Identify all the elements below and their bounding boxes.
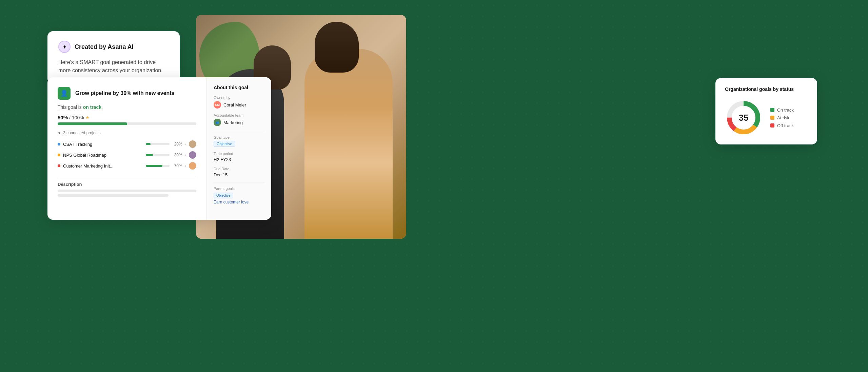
project-bar-2 bbox=[146, 154, 170, 156]
progress-current: 50% bbox=[58, 115, 68, 120]
ai-card: ✦ Created by Asana AI Here's a SMART goa… bbox=[47, 31, 180, 84]
ai-icon: ✦ bbox=[58, 41, 71, 53]
goal-left: 👤 Grow pipeline by 30% with new events T… bbox=[47, 77, 207, 220]
off-track-dot bbox=[770, 123, 774, 128]
ai-card-body: Here's a SMART goal generated to drive m… bbox=[58, 58, 169, 75]
owned-by-name: Coral Meier bbox=[223, 102, 246, 107]
project-dot-2 bbox=[58, 154, 60, 156]
project-name-1: CSAT Tracking bbox=[63, 142, 143, 147]
project-item-2: NPS Global Roadmap 30% › bbox=[58, 150, 196, 160]
time-period-value: H2 FY23 bbox=[214, 157, 264, 162]
time-period: H2 FY23 bbox=[214, 157, 231, 162]
description-section: Description bbox=[58, 177, 196, 197]
on-track-badge: on track bbox=[83, 104, 101, 110]
project-pct-1: 20% bbox=[172, 142, 182, 146]
org-goals-card: Organizational goals by status 35 bbox=[715, 78, 817, 144]
goal-type-value: Objective bbox=[214, 141, 264, 147]
project-dot-1 bbox=[58, 143, 60, 145]
goal-header: 👤 Grow pipeline by 30% with new events bbox=[58, 87, 196, 100]
owned-by-value: CM Coral Meier bbox=[214, 101, 264, 109]
project-name-2: NPS Global Roadmap bbox=[63, 153, 143, 158]
project-fill-2 bbox=[146, 154, 153, 156]
ai-card-title: Created by Asana AI bbox=[75, 43, 134, 51]
due-date-label: Due Date bbox=[214, 167, 264, 171]
star-icon: ★ bbox=[85, 115, 90, 120]
legend-on-track: On track bbox=[770, 107, 794, 113]
due-date-value: Dec 15 bbox=[214, 172, 264, 177]
projects-section: ▼ 3 connected projects CSAT Tracking 20%… bbox=[58, 131, 196, 171]
legend-at-risk: At risk bbox=[770, 115, 794, 120]
desc-line-2 bbox=[58, 194, 169, 197]
goal-type-label: Goal type bbox=[214, 135, 264, 139]
goal-icon: 👤 bbox=[58, 87, 71, 100]
legend: On track At risk Off track bbox=[770, 107, 794, 128]
section-divider-2 bbox=[214, 182, 264, 182]
about-title: About this goal bbox=[214, 85, 264, 90]
owner-avatar: CM bbox=[214, 101, 221, 109]
about-parent-goals: Parent goals Objective Earn customer lov… bbox=[214, 187, 264, 204]
parent-goal-badge: Objective bbox=[214, 193, 233, 198]
description-lines bbox=[58, 190, 196, 197]
arrow-icon-1: › bbox=[185, 142, 186, 146]
description-label: Description bbox=[58, 182, 196, 187]
goal-type-badge: Objective bbox=[214, 141, 235, 147]
progress-bar-fill bbox=[58, 122, 127, 125]
project-bar-3 bbox=[146, 165, 170, 167]
project-name-3: Customer Marketing Init... bbox=[63, 163, 143, 169]
desc-line-1 bbox=[58, 190, 196, 192]
projects-label: 3 connected projects bbox=[63, 131, 101, 135]
accountable-team-label: Accountable team bbox=[214, 113, 264, 117]
donut-number: 35 bbox=[739, 113, 749, 123]
at-risk-label: At risk bbox=[777, 115, 789, 120]
parent-goal-badge-container: Objective Earn customer love bbox=[214, 192, 264, 204]
due-date: Dec 15 bbox=[214, 172, 228, 177]
project-avatar-2 bbox=[189, 151, 196, 159]
about-time-period: Time period H2 FY23 bbox=[214, 152, 264, 162]
project-pct-3: 70% bbox=[172, 163, 182, 168]
owned-by-label: Owned by bbox=[214, 96, 264, 100]
project-pct-2: 30% bbox=[172, 153, 182, 157]
time-period-label: Time period bbox=[214, 152, 264, 156]
progress-bar-bg bbox=[58, 122, 196, 125]
goal-panel: 👤 Grow pipeline by 30% with new events T… bbox=[47, 77, 271, 220]
project-bar-1 bbox=[146, 143, 170, 145]
parent-goals-label: Parent goals bbox=[214, 187, 264, 191]
goal-title: Grow pipeline by 30% with new events bbox=[75, 90, 175, 97]
ai-card-header: ✦ Created by Asana AI bbox=[58, 41, 169, 53]
project-item-3: Customer Marketing Init... 70% › bbox=[58, 160, 196, 171]
about-accountable-team: Accountable team 👥 Marketing bbox=[214, 113, 264, 126]
project-dot-3 bbox=[58, 164, 60, 167]
about-due-date: Due Date Dec 15 bbox=[214, 167, 264, 177]
accountable-team-name: Marketing bbox=[223, 120, 243, 125]
projects-header[interactable]: ▼ 3 connected projects bbox=[58, 131, 196, 135]
project-fill-1 bbox=[146, 143, 151, 145]
parent-goal-name: Earn customer love bbox=[214, 200, 264, 204]
donut-section: 35 On track At risk Off track bbox=[725, 99, 808, 136]
project-avatar-3 bbox=[189, 162, 196, 170]
progress-section: 50% / 100% ★ bbox=[58, 115, 196, 125]
project-avatar-1 bbox=[189, 140, 196, 148]
chevron-icon: ▼ bbox=[58, 131, 61, 135]
on-track-dot bbox=[770, 108, 774, 112]
person-icon: 👤 bbox=[60, 90, 68, 97]
about-goal-type: Goal type Objective bbox=[214, 135, 264, 147]
about-owned-by: Owned by CM Coral Meier bbox=[214, 96, 264, 109]
sparkle-icon: ✦ bbox=[62, 44, 67, 50]
project-fill-3 bbox=[146, 165, 162, 167]
progress-numbers: 50% / 100% ★ bbox=[58, 115, 196, 120]
org-title: Organizational goals by status bbox=[725, 86, 808, 92]
donut-chart: 35 bbox=[725, 99, 762, 136]
section-divider-1 bbox=[214, 131, 264, 131]
arrow-icon-2: › bbox=[185, 153, 186, 157]
goal-status-line: This goal is on track. bbox=[58, 104, 196, 110]
team-avatar: 👥 bbox=[214, 119, 221, 126]
at-risk-dot bbox=[770, 116, 774, 120]
goal-right: About this goal Owned by CM Coral Meier … bbox=[207, 77, 271, 220]
project-item-1: CSAT Tracking 20% › bbox=[58, 139, 196, 150]
off-track-label: Off track bbox=[777, 123, 794, 128]
arrow-icon-3: › bbox=[185, 164, 186, 168]
on-track-label: On track bbox=[777, 107, 794, 113]
progress-total: 100% bbox=[72, 115, 84, 120]
legend-off-track: Off track bbox=[770, 123, 794, 128]
accountable-team-value: 👥 Marketing bbox=[214, 119, 264, 126]
